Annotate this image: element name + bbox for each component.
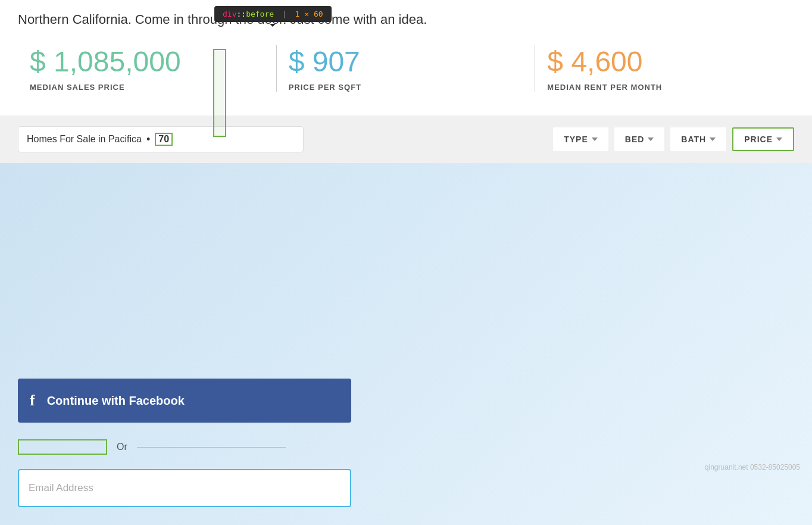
or-left-box (18, 439, 107, 455)
facebook-button-label: Continue with Facebook (47, 394, 185, 408)
tooltip-dimensions: 1 × 60 (295, 10, 323, 18)
price-filter-button[interactable]: PRICE (732, 127, 794, 151)
stat-median-sales-price: $ 1,085,000 MEDIAN SALES PRICE (18, 39, 277, 98)
bed-filter-label: BED (625, 135, 645, 144)
stats-row: $ 1,085,000 MEDIAN SALES PRICE $ 907 PRI… (18, 39, 794, 98)
search-text: Homes For Sale in Pacifica (27, 134, 142, 145)
stat-value-3: $ 4,600 (547, 45, 782, 78)
login-section: f Continue with Facebook Or (0, 367, 357, 525)
email-input[interactable] (18, 469, 351, 507)
type-chevron-icon (592, 138, 598, 141)
main-content (0, 163, 812, 282)
or-right-line (137, 447, 286, 448)
stat-label-2: PRICE PER SQFT (289, 83, 524, 92)
or-text: Or (117, 442, 127, 452)
stat-value-2: $ 907 (289, 45, 524, 78)
stat-label-3: MEDIAN RENT PER MONTH (547, 83, 782, 92)
tooltip-colons: :: (236, 10, 246, 18)
bed-filter-button[interactable]: BED (614, 127, 665, 151)
stat-label-1: MEDIAN SALES PRICE (30, 83, 265, 92)
stats-section: Northern California. Come in through the… (0, 0, 812, 115)
facebook-icon: f (30, 392, 35, 410)
dev-tooltip: div::before | 1 × 60 (214, 6, 332, 22)
bath-filter-button[interactable]: BATH (670, 127, 726, 151)
bath-chevron-icon (710, 138, 716, 141)
search-input-wrap: Homes For Sale in Pacifica • 70 (18, 126, 304, 152)
type-filter-label: TYPE (564, 135, 588, 144)
tooltip-selector-part1: div (223, 10, 236, 18)
stat-value-1: $ 1,085,000 (30, 45, 265, 78)
filter-bar: Homes For Sale in Pacifica • 70 TYPE BED… (0, 115, 812, 163)
header-text: Northern California. Come in through the… (18, 12, 794, 27)
price-filter-label: PRICE (744, 135, 773, 144)
tooltip-selector-part2: before (246, 10, 274, 18)
or-divider: Or (18, 439, 339, 455)
facebook-login-button[interactable]: f Continue with Facebook (18, 379, 351, 423)
dot-separator: • (146, 133, 150, 146)
highlight-indicator (213, 49, 226, 137)
stat-price-per-sqft: $ 907 PRICE PER SQFT (277, 39, 536, 98)
stat-median-rent: $ 4,600 MEDIAN RENT PER MONTH (535, 39, 794, 98)
filter-buttons: TYPE BED BATH PRICE (553, 127, 794, 151)
tooltip-divider: | (282, 10, 287, 18)
bed-chevron-icon (648, 138, 654, 141)
price-chevron-icon (776, 138, 782, 141)
bath-filter-label: BATH (681, 135, 706, 144)
type-filter-button[interactable]: TYPE (553, 127, 608, 151)
result-count: 70 (155, 133, 173, 146)
watermark: qingruanit.net 0532-85025005 (705, 463, 800, 471)
